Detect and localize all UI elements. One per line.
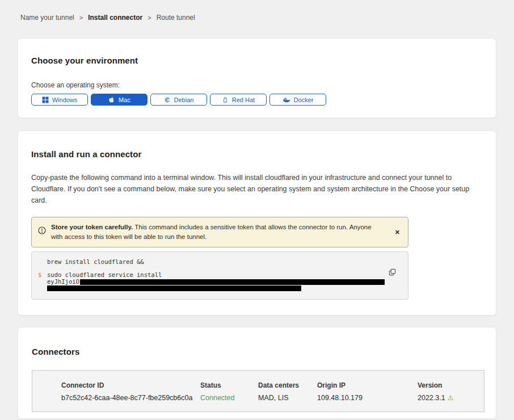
breadcrumb-install-connector[interactable]: Install connector: [88, 14, 142, 22]
choose-environment-card: Choose your environment Choose an operat…: [18, 38, 496, 118]
warning-title: Store your token carefully.: [51, 224, 133, 230]
info-circle-icon: [38, 226, 46, 237]
command-line-1: brew install cloudflared &&: [32, 258, 408, 265]
copy-icon[interactable]: [389, 268, 396, 277]
breadcrumb-name-your-tunnel[interactable]: Name your tunnel: [20, 14, 74, 22]
install-description: Copy-paste the following command into a …: [31, 172, 483, 206]
os-button-debian[interactable]: Debian: [150, 94, 207, 106]
os-button-group: Windows Mac Debian Red Hat: [31, 94, 483, 106]
apple-icon: [108, 96, 115, 103]
origin-ip-cell: 109.48.10.179: [317, 394, 418, 402]
docker-icon: [283, 96, 290, 103]
col-header-connector-id: Connector ID: [61, 381, 200, 389]
os-button-label: Mac: [119, 96, 130, 103]
command-text: sudo cloudflared service install: [47, 271, 408, 278]
windows-icon: [42, 96, 49, 103]
os-button-label: Red Hat: [232, 96, 255, 103]
terminal-prompt: $: [32, 271, 47, 291]
col-header-version: Version: [418, 381, 484, 389]
col-header-origin-ip: Origin IP: [317, 381, 418, 389]
os-button-windows[interactable]: Windows: [31, 94, 88, 106]
breadcrumb-route-tunnel[interactable]: Route tunnel: [157, 14, 195, 22]
redacted-token-bar: [80, 279, 385, 285]
table-row: b7c52c42-6caa-48ee-8c77-fbe259cb6c0a Con…: [61, 394, 484, 402]
token-line: eyJhIjoiO: [47, 278, 408, 291]
install-connector-card: Install and run a connector Copy-paste t…: [18, 131, 496, 316]
terminal-command-block: brew install cloudflared && $ sudo cloud…: [31, 251, 408, 300]
warning-triangle-icon: ⚠: [448, 394, 454, 401]
tunnel-setup-page: Name your tunnel > Install connector > R…: [0, 0, 514, 420]
close-icon[interactable]: ✕: [394, 228, 401, 237]
os-button-mac[interactable]: Mac: [91, 94, 148, 106]
install-card-title: Install and run a connector: [31, 149, 483, 159]
breadcrumb: Name your tunnel > Install connector > R…: [20, 14, 496, 22]
redhat-icon: [222, 96, 229, 103]
os-button-redhat[interactable]: Red Hat: [210, 94, 267, 106]
connector-id-cell: b7c52c42-6caa-48ee-8c77-fbe259cb6c0a: [61, 394, 200, 402]
breadcrumb-separator: >: [148, 14, 151, 21]
debian-icon: [164, 96, 171, 103]
status-cell: Connected: [200, 394, 258, 402]
redacted-token-bar: [47, 285, 301, 291]
col-header-data-centers: Data centers: [258, 381, 317, 389]
os-select-label: Choose an operating system:: [31, 81, 483, 89]
token-warning-banner: Store your token carefully. This command…: [31, 217, 408, 247]
col-header-status: Status: [200, 381, 258, 389]
environment-card-title: Choose your environment: [31, 56, 483, 65]
warning-text: Store your token carefully. This command…: [51, 222, 389, 242]
token-prefix: eyJhIjoiO: [47, 278, 79, 285]
os-button-label: Windows: [52, 96, 78, 103]
os-button-label: Docker: [294, 96, 314, 103]
data-centers-cell: MAD, LIS: [258, 394, 317, 402]
table-header-row: Connector ID Status Data centers Origin …: [61, 381, 484, 389]
command-line-2: $ sudo cloudflared service install eyJhI…: [32, 271, 408, 291]
os-button-label: Debian: [174, 96, 194, 103]
connectors-card: Connectors Connector ID Status Data cent…: [18, 327, 496, 419]
os-button-docker[interactable]: Docker: [269, 94, 326, 106]
breadcrumb-separator: >: [79, 14, 83, 21]
version-value: 2022.3.1: [418, 394, 445, 402]
version-cell: 2022.3.1 ⚠: [418, 394, 484, 402]
connectors-card-title: Connectors: [32, 347, 483, 356]
connectors-table: Connector ID Status Data centers Origin …: [32, 370, 484, 412]
